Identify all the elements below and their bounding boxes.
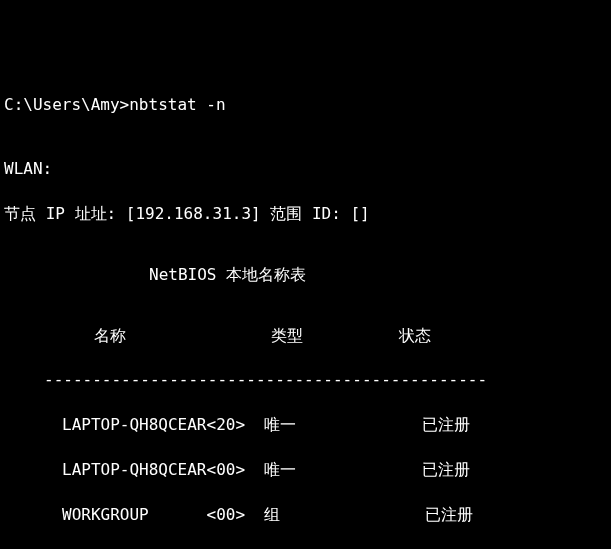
header-name: 名称 [94,326,126,345]
command-text: nbtstat -n [129,95,225,114]
table-row: LAPTOP-QH8QCEAR<00> 唯一 已注册 [4,459,607,481]
table-headers: 名称 类型 状态 [4,325,607,347]
prompt-path: C:\Users\Amy> [4,95,129,114]
table-row: LAPTOP-QH8QCEAR<20> 唯一 已注册 [4,414,607,436]
table-divider: ----------------------------------------… [4,369,607,391]
interface-wlan-node: 节点 IP 址址: [192.168.31.3] 范围 ID: [] [4,203,607,225]
header-status: 状态 [399,326,431,345]
header-type: 类型 [271,326,303,345]
table-row: WORKGROUP <00> 组 已注册 [4,504,607,526]
interface-wlan-name: WLAN: [4,158,607,180]
command-prompt-line: C:\Users\Amy>nbtstat -n [4,94,607,116]
netbios-table-title: NetBIOS 本地名称表 [4,264,607,286]
